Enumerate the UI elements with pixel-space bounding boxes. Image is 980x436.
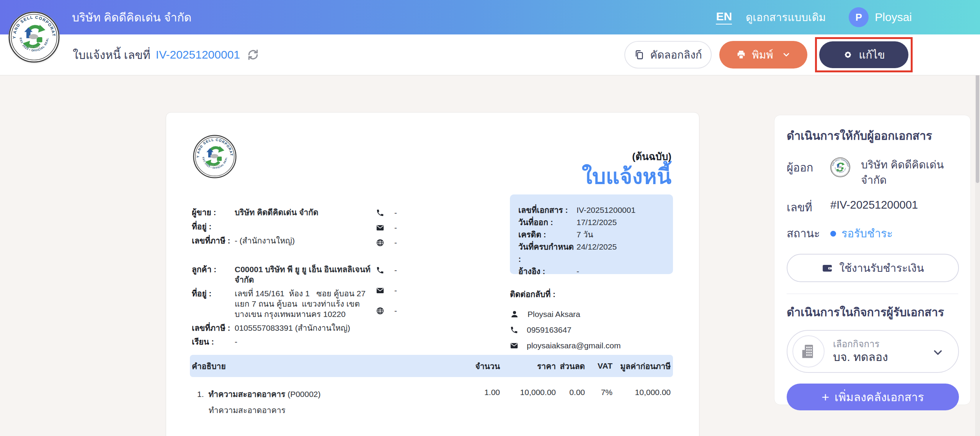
person-icon: [510, 310, 519, 319]
seller-tax-id-label: เลขที่ภาษี :: [192, 235, 235, 246]
use-payment-label: ใช้งานรับชำระเงิน: [839, 260, 924, 276]
due-date-label: วันที่ครบกำหนด :: [518, 241, 577, 265]
business-select-value: บจ. ทดลอง: [833, 350, 888, 364]
business-select-label: เลือกกิจการ: [833, 338, 888, 350]
chevron-down-icon[interactable]: [931, 346, 944, 361]
customer-email: -: [394, 286, 397, 295]
plus-icon: +: [822, 390, 829, 405]
contact-back-heading: ติดต่อกลับที่ :: [510, 288, 621, 300]
phone-icon: [510, 326, 518, 334]
table-header-row: คำอธิบาย จำนวน ราคา ส่วนลด VAT มูลค่าก่อ…: [190, 355, 673, 377]
status-dot-icon: [830, 231, 836, 237]
reference-value: -: [577, 265, 579, 278]
item-description: ทำความสะอาดอาคาร: [192, 404, 444, 416]
invoice-seller-logo: [193, 135, 237, 178]
globe-icon: [376, 307, 384, 315]
document-toolbar: ใบแจ้งหนี้ เลขที่ IV-20251200001 คัดลอกล…: [0, 34, 980, 75]
item-discount: 0.00: [556, 388, 585, 397]
building-icon: [792, 335, 825, 367]
contact-person-name: Ploysai Aksara: [528, 310, 580, 319]
item-vat: 7%: [585, 388, 612, 397]
scrollbar-track[interactable]: [975, 34, 980, 436]
refresh-icon[interactable]: [247, 49, 259, 61]
customer-address: เลขที่ 145/161 ห้อง 1 ซอย คู้บอน 27 แยก …: [235, 288, 372, 319]
user-menu[interactable]: P Ploysai: [849, 7, 912, 27]
business-select[interactable]: เลือกกิจการ บจ. ทดลอง: [787, 330, 959, 373]
reference-label: อ้างอิง :: [518, 265, 577, 278]
item-quantity: 1.00: [444, 388, 500, 397]
col-description: คำอธิบาย: [191, 360, 444, 372]
customer-phone: -: [394, 266, 397, 275]
doc-number-value: IV-20251200001: [577, 204, 635, 216]
business-select-texts: เลือกกิจการ บจ. ทดลอง: [833, 338, 888, 364]
document-title-row: ใบแจ้งหนี้ เลขที่ IV-20251200001: [73, 34, 259, 75]
document-type-label: ใบแจ้งหนี้ เลขที่: [73, 46, 150, 64]
col-amount: มูลค่าก่อนภาษี: [612, 360, 671, 372]
user-name: Ploysai: [875, 11, 912, 24]
sidebar-doc-number: #IV-20251200001: [830, 197, 918, 211]
sidebar-divider: [787, 294, 958, 294]
seller-name: บริษัท คิดดีคิดเด่น จำกัด: [235, 207, 372, 217]
col-vat: VAT: [585, 361, 612, 371]
view-original-link[interactable]: ดูเอกสารแบบเดิม: [746, 9, 826, 26]
status-row: สถานะ รอรับชำระ: [787, 223, 958, 242]
seller-address: [235, 221, 372, 232]
header-company-name: บริษัท คิดดีคิดเด่น จำกัด: [72, 0, 191, 34]
add-to-document-vault-button[interactable]: + เพิ่มลงคลังเอกสาร: [787, 384, 959, 410]
status-text: รอรับชำระ: [841, 225, 893, 242]
attention-value: -: [235, 336, 372, 347]
customer-address-label: ที่อยู่ :: [192, 288, 235, 319]
avatar[interactable]: P: [849, 7, 869, 27]
issuer-row: ผู้ออก บริษัท คิดดีคิดเด่น จำกัด: [787, 157, 958, 188]
use-payment-button[interactable]: ใช้งานรับชำระเงิน: [787, 254, 959, 282]
highlight-box: แก้ไข: [815, 37, 913, 72]
globe-icon: [376, 238, 384, 247]
customer-website: -: [394, 306, 397, 315]
contact-back-block: ติดต่อกลับที่ : Ploysai Aksara 095916364…: [510, 288, 621, 357]
actions-sidebar: ดำเนินการให้กับผู้ออกเอกสาร ผู้ออก บริษั…: [774, 115, 971, 405]
invoice-title: ใบแจ้งหนี้: [582, 159, 671, 193]
print-dropdown-chevron-icon[interactable]: [782, 50, 791, 59]
issuer-logo: [830, 157, 850, 177]
credit-label: เครดิต :: [518, 229, 577, 241]
edit-button[interactable]: แก้ไข: [819, 41, 908, 68]
contact-phone: 0959163647: [527, 325, 572, 335]
seller-email: -: [394, 223, 397, 232]
item-amount: 10,000.00: [612, 388, 671, 397]
issuer-name: บริษัท คิดดีคิดเด่น จำกัด: [861, 157, 957, 188]
customer-tax-id-label: เลขที่ภาษี :: [192, 323, 235, 333]
customer-label: ลูกค้า :: [192, 264, 235, 285]
issue-date-value: 17/12/2025: [577, 216, 617, 229]
item-price: 10,000.00: [500, 388, 556, 397]
item-code: (P00002): [287, 390, 320, 398]
contact-email: ploysaiaksara@gmail.com: [527, 341, 621, 350]
edit-label: แก้ไข: [859, 46, 885, 63]
credit-value: 7 วัน: [577, 229, 593, 241]
print-button[interactable]: พิมพ์: [719, 41, 807, 69]
language-toggle[interactable]: EN: [716, 10, 732, 24]
status-label: สถานะ: [787, 223, 830, 242]
document-number-link[interactable]: IV-20251200001: [156, 48, 240, 61]
col-price: ราคา: [500, 360, 556, 372]
due-date-value: 24/12/2025: [577, 241, 617, 265]
customer-contact-column: - - -: [376, 266, 397, 327]
item-name: ทำความสะอาดอาคาร: [209, 390, 286, 398]
issue-date-label: วันที่ออก :: [518, 216, 577, 229]
toolbar-actions: คัดลอกลิงก์ พิมพ์: [624, 34, 913, 75]
doc-number-label: เลขที่เอกสาร :: [518, 204, 577, 216]
seller-label: ผู้ขาย :: [192, 207, 235, 217]
issuer-section-heading: ดำเนินการให้กับผู้ออกเอกสาร: [787, 128, 958, 144]
seller-contact-column: - - -: [376, 208, 397, 253]
printer-icon: [736, 49, 746, 60]
status-badge[interactable]: รอรับชำระ: [830, 223, 893, 242]
wallet-icon: [822, 262, 833, 274]
seller-phone: -: [394, 208, 397, 217]
copy-icon: [634, 49, 645, 60]
envelope-icon: [376, 224, 384, 232]
company-logo: [8, 11, 60, 63]
app-header: บริษัท คิดดีคิดเด่น จำกัด EN ดูเอกสารแบบ…: [0, 0, 980, 34]
invoice-document: (ต้นฉบับ) ใบแจ้งหนี้ ผู้ขาย : บริษัท คิด…: [166, 112, 699, 436]
seller-block: ผู้ขาย : บริษัท คิดดีคิดเด่น จำกัด ที่อย…: [192, 207, 372, 250]
copy-link-button[interactable]: คัดลอกลิงก์: [624, 41, 712, 69]
document-info-box: เลขที่เอกสาร : IV-20251200001 วันที่ออก …: [510, 194, 673, 274]
